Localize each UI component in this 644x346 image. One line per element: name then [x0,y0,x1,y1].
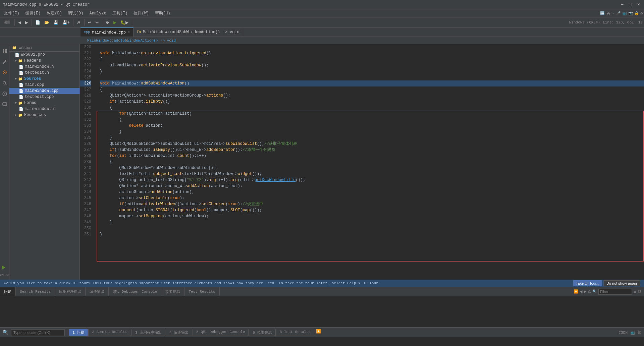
bottom-tab-qml[interactable]: QML Debugger Console [109,287,161,296]
tab-mainwindow-cpp[interactable]: cpp mainwindow.cpp × [80,27,133,37]
ln-344: 344 [80,189,91,195]
taskbar-tab-issues[interactable]: 1 问题 [69,329,88,336]
bottom-warn-icon: ⚠ [588,289,591,294]
sidebar-icon-help[interactable]: ? [0,90,9,99]
ln-340: 340 [80,165,91,171]
code-line-335: } [100,135,644,141]
toolbar-open[interactable]: 📂 [43,19,51,25]
ln-326: 326 [80,80,91,86]
bottom-tab-app-output[interactable]: 应用程序输出 [55,287,86,296]
menu-tools[interactable]: 工具(T) [110,10,130,17]
toolbar-sep6 [132,19,132,26]
menu-help[interactable]: 帮助(H) [152,10,173,17]
toolbar-saveall[interactable]: 💾+ [61,19,71,25]
toolbar-run[interactable]: ▶ [112,19,118,25]
sidebar-icon-search[interactable] [0,79,9,89]
menu-edit[interactable]: 编辑(E) [23,10,44,17]
code-line-324: } [100,68,644,74]
tree-mainwindow-h[interactable]: 📄 mainwindow.h [9,64,79,70]
tour-notification-bar: Would you like to take a quick UI tour? … [0,280,644,287]
tree-wps001pro[interactable]: 📄 WPS001.pro [9,52,79,58]
menu-debug[interactable]: 调试(D) [65,10,86,17]
issues-filter-input[interactable] [598,289,632,295]
tree-main-cpp[interactable]: 📄 main.cpp [9,82,79,88]
maximize-button[interactable]: □ [628,2,633,7]
code-line-327: { [100,86,644,93]
tab-function[interactable]: fn MainWindow::addSubWindowAction() -> v… [133,27,243,37]
code-line-336: QList<QMdiSubWindow*>subWindowList=ui->m… [100,141,644,147]
sidebar-bottom-run[interactable] [0,264,8,273]
bottom-collapse-btn[interactable]: ∧ [633,289,637,294]
toolbar-new[interactable]: 📄 [34,19,42,25]
bottom-tab-issues[interactable]: 问题 [0,287,16,296]
toolbar-sep2 [32,19,32,26]
close-button[interactable]: × [636,2,641,7]
tree-textedit-h[interactable]: 📄 textedit.h [9,70,79,76]
bottom-filter-icon[interactable]: 🔍 [592,289,597,294]
sidebar-icon-debug[interactable] [0,68,9,78]
code-line-325 [100,74,644,80]
toolbar-back[interactable]: ◀ [16,19,23,25]
svg-line-8 [5,84,7,85]
toolbar-forward[interactable]: ▶ [23,19,30,25]
menu-widgets[interactable]: 控件(W) [131,10,152,17]
sidebar-icon-edit[interactable] [0,58,9,67]
toolbar-redo[interactable]: ↪ [94,19,100,25]
take-tour-button[interactable]: Take UI Tour... [573,280,602,286]
code-line-344: actionGroup->addAction(action); [100,189,644,195]
menu-build[interactable]: 构建(B) [44,10,65,17]
taskbar-tab-compile[interactable]: 4 编译输出 [166,329,192,336]
taskbar-tab-summary[interactable]: 6 概要信息 [249,329,275,336]
file-tree-panel: 📁 WPS001 📄 WPS001.pro ▼ 📁 Headers 📄 main… [9,44,80,280]
menu-analyze[interactable]: Analyze [87,10,109,16]
bottom-tab-search[interactable]: Search Results [16,287,55,296]
tree-sources[interactable]: ▼ 📁 Sources [9,76,79,82]
toolbar-undo[interactable]: ↩ [86,19,93,25]
code-line-321: void MainWindow::on_previousAction_trigg… [100,50,644,56]
tree-label: mainwindow.h [25,64,54,69]
taskbar-tab-test[interactable]: 8 Test Results [276,329,314,336]
bottom-prev-btn[interactable]: ◀ [580,289,582,294]
taskbar-more-icon[interactable]: 🔼 [316,329,321,336]
bottom-next-btn[interactable]: ▶ [584,289,586,294]
menu-file[interactable]: 文件(F) [1,10,22,17]
bottom-tab-test[interactable]: Test Results [184,287,219,296]
tree-forms[interactable]: ▼ 📁 Forms [9,100,79,106]
code-line-349: } [100,219,644,225]
tour-message: Would you like to take a quick UI tour? … [4,281,380,285]
bottom-panel-content [0,296,644,327]
bottom-tab-summary[interactable]: 概要信息 [161,287,184,296]
bottom-float-btn[interactable]: ⧉ [638,289,641,294]
sidebar-wps-label: WPS001 [0,274,10,277]
toolbar-build[interactable]: ⚙ [104,19,111,25]
toolbar-sep3 [73,19,73,26]
taskbar-left: 🔍 [3,329,65,336]
sidebar-icon-project[interactable] [0,47,9,56]
tree-mainwindow-ui[interactable]: 📄 mainwindow.ui [9,106,79,112]
taskbar-tab-qml[interactable]: 5 QML Debugger Console [193,329,249,336]
toolbar-save[interactable]: 💾 [52,19,60,25]
taskbar-tab-search[interactable]: 2 Search Results [88,329,131,336]
bottom-tab-compile[interactable]: 编译输出 [86,287,109,296]
code-editor[interactable]: 320 321 322 323 324 325 326 327 328 329 … [80,44,644,280]
tree-textedit-cpp[interactable]: 📄 textedit.cpp [9,94,79,100]
code-text[interactable]: void MainWindow::on_previousAction_trigg… [97,44,644,280]
bottom-filter-btn[interactable]: 🔽 [574,289,578,294]
tree-resources[interactable]: ▶ 📁 Resources [9,112,79,118]
ln-321: 321 [80,50,91,56]
tree-mainwindow-cpp[interactable]: 📄 mainwindow.cpp [9,88,79,94]
file-icon: 📄 [19,95,23,99]
tree-headers[interactable]: ▼ 📁 Headers [9,58,79,64]
sidebar-icon-chat[interactable] [0,101,9,110]
taskbar-tab-appout[interactable]: 3 应用程序输出 [131,329,165,336]
toolbar-print[interactable]: 🖨 [75,19,83,25]
tab-label: mainwindow.cpp [92,30,126,35]
code-line-334: } [100,129,644,135]
svg-marker-12 [2,266,5,270]
toolbar-debug-run[interactable]: 🐛▶ [119,19,130,25]
locate-input[interactable] [11,329,65,336]
do-not-show-button[interactable]: Do not show again [603,280,640,286]
svg-text:?: ? [4,93,5,96]
minimize-button[interactable]: − [620,2,625,7]
tab-close-btn[interactable]: × [128,31,130,34]
